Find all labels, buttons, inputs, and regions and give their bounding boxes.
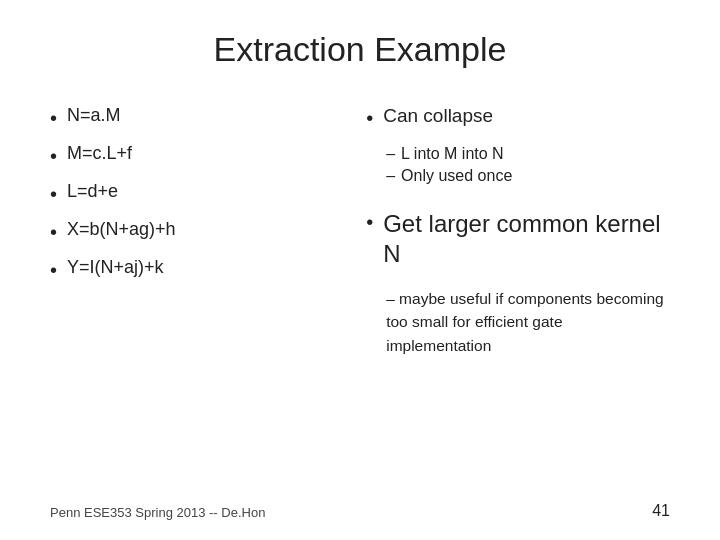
bullet-text: M=c.L+f (67, 143, 132, 164)
slide-title: Extraction Example (50, 30, 670, 69)
bullet-text: Y=I(N+aj)+k (67, 257, 164, 278)
sub-bullet-text: Only used once (401, 167, 512, 185)
footer-left-text: Penn ESE353 Spring 2013 -- De.Hon (50, 505, 265, 520)
bullet-text: L=d+e (67, 181, 118, 202)
left-bullet-list: • N=a.M • M=c.L+f • L=d+e • X=b(N+ag)+h … (50, 105, 326, 283)
bullet-icon: • (366, 105, 373, 131)
bullet-icon: • (50, 143, 57, 169)
slide-footer: Penn ESE353 Spring 2013 -- De.Hon 41 (50, 492, 670, 520)
bullet-text: N=a.M (67, 105, 121, 126)
left-column: • N=a.M • M=c.L+f • L=d+e • X=b(N+ag)+h … (50, 105, 336, 492)
right-main-text-1: Can collapse (383, 105, 493, 127)
bullet-icon: • (50, 219, 57, 245)
bullet-icon: • (50, 105, 57, 131)
dash-icon: – (386, 145, 395, 163)
right-main-bullet-1: • Can collapse (366, 105, 670, 131)
list-item: • X=b(N+ag)+h (50, 219, 326, 245)
sub-bullet-list-1: – L into M into N – Only used once (366, 145, 670, 189)
bullet-text: X=b(N+ag)+h (67, 219, 176, 240)
sub-bullet-text: L into M into N (401, 145, 504, 163)
right-column: • Can collapse – L into M into N – Only … (356, 105, 670, 492)
right-main-bullet-2: • Get larger common kernel N (366, 209, 670, 269)
dash-icon: – (386, 167, 395, 185)
slide-content: • N=a.M • M=c.L+f • L=d+e • X=b(N+ag)+h … (50, 105, 670, 492)
right-section: • Can collapse – L into M into N – Only … (366, 105, 670, 357)
list-item: • N=a.M (50, 105, 326, 131)
sub-paragraph: – maybe useful if components becoming to… (386, 287, 670, 357)
list-item: • Y=I(N+aj)+k (50, 257, 326, 283)
bullet-icon: • (50, 181, 57, 207)
list-item: – L into M into N (386, 145, 670, 163)
right-sub-block: – maybe useful if components becoming to… (366, 287, 670, 357)
slide: Extraction Example • N=a.M • M=c.L+f • L… (0, 0, 720, 540)
right-main-text-2: Get larger common kernel N (383, 209, 670, 269)
list-item: • M=c.L+f (50, 143, 326, 169)
list-item: • L=d+e (50, 181, 326, 207)
bullet-icon: • (50, 257, 57, 283)
footer-page-number: 41 (652, 502, 670, 520)
bullet-icon: • (366, 209, 373, 235)
list-item: – Only used once (386, 167, 670, 185)
